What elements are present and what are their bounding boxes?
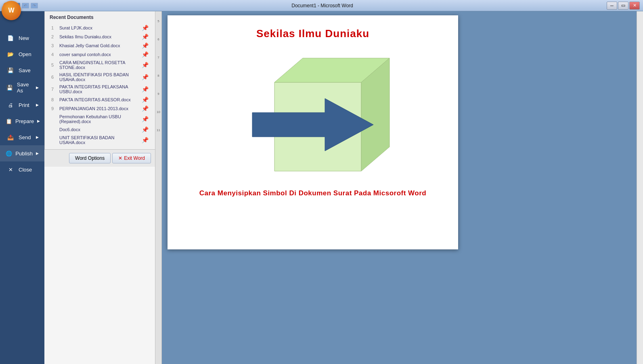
window-title: Document1 - Microsoft Word [38, 3, 607, 8]
illustration-area [184, 48, 442, 185]
recent-item-6[interactable]: 6 HASIL IDENTIFIKASI PDS BADAN USAHA.doc… [50, 71, 150, 83]
word-options-button[interactable]: Word Options [69, 153, 111, 163]
send-icon: 📤 [6, 132, 15, 142]
recent-item-4[interactable]: 4 cover sampul contoh.docx 📌 [50, 50, 150, 59]
exit-word-button[interactable]: ✕ Exit Word [112, 153, 151, 163]
recent-item-7[interactable]: 7 PAKTA INTEGRITAS PELAKSANA USBU.docx 📌 [50, 83, 150, 95]
pin-icon-11: 📌 [142, 126, 149, 133]
publish-label: Publish [15, 151, 33, 157]
recent-name-5: CARA MENGINSTALL ROSETTA STONE.docx [59, 60, 139, 70]
recent-name-2: Sekilas Ilmu Duniaku.docx [59, 34, 111, 39]
recent-docs-title: Recent Documents [50, 15, 150, 20]
print-icon: 🖨 [6, 100, 15, 110]
file-send[interactable]: 📤 Send ▶ [0, 129, 44, 145]
file-new[interactable]: 📄 New [0, 30, 44, 46]
pin-icon-2: 📌 [142, 33, 149, 40]
publish-icon: 🌐 [6, 149, 12, 158]
exit-icon: ✕ [118, 155, 122, 161]
save-label: Save [19, 67, 31, 73]
vertical-scrollbar[interactable] [637, 11, 643, 364]
close-label: Close [19, 167, 32, 173]
box-illustration [212, 50, 414, 183]
file-menu-panel: 📄 New 📂 Open 💾 Save 💾 Save As ▶ 🖨 Print … [0, 11, 643, 364]
restore-button[interactable]: ▭ [618, 2, 628, 10]
file-menu-left: 📄 New 📂 Open 💾 Save 💾 Save As ▶ 🖨 Print … [0, 11, 44, 364]
file-bottom-buttons [0, 358, 44, 364]
prepare-arrow: ▶ [37, 119, 40, 123]
save-as-label: Save As [17, 82, 33, 94]
file-print[interactable]: 🖨 Print ▶ [0, 97, 44, 113]
file-menu-right: Recent Documents 1 Surat LPJK.docx 📌 2 S… [44, 11, 155, 364]
document-subtitle: Cara Menyisipkan Simbol Di Dokumen Surat… [184, 189, 442, 197]
recent-name-1: Surat LPJK.docx [59, 25, 92, 30]
close-button[interactable]: ✕ [629, 2, 640, 10]
file-bottom-actions: Word Options ✕ Exit Word [44, 149, 155, 167]
file-prepare[interactable]: 📋 Prepare ▶ [0, 113, 44, 129]
minimize-button[interactable]: ─ [607, 2, 617, 10]
quick-access-redo[interactable]: ↷ [31, 3, 38, 8]
file-menu-items: 📄 New 📂 Open 💾 Save 💾 Save As ▶ 🖨 Print … [0, 27, 44, 180]
recent-name-11: Doc6.docx [59, 127, 80, 132]
recent-name-3: Khasiat Jelly Gamat Gold.docx [59, 43, 120, 48]
file-save[interactable]: 💾 Save [0, 62, 44, 78]
document-page: Sekilas Ilmu Duniaku Cara Menyisipkan Si… [168, 15, 458, 249]
recent-name-6: HASIL IDENTIFIKASI PDS BADAN USAHA.docx [59, 72, 139, 82]
pin-icon-4: 📌 [142, 51, 149, 58]
recent-item-1[interactable]: 1 Surat LPJK.docx 📌 [50, 23, 150, 32]
file-open[interactable]: 📂 Open [0, 46, 44, 62]
pin-icon-12: 📌 [142, 137, 149, 143]
new-label: New [19, 35, 29, 41]
pin-icon-6: 📌 [142, 74, 149, 80]
recent-item-3[interactable]: 3 Khasiat Jelly Gamat Gold.docx 📌 [50, 41, 150, 50]
open-icon: 📂 [6, 49, 15, 59]
pin-icon-5: 📌 [142, 62, 149, 68]
pin-icon-9: 📌 [142, 105, 149, 112]
publish-arrow: ▶ [36, 151, 39, 155]
prepare-icon: 📋 [6, 116, 12, 126]
pin-icon-7: 📌 [142, 86, 149, 92]
recent-item-5[interactable]: 5 CARA MENGINSTALL ROSETTA STONE.docx 📌 [50, 59, 150, 71]
recent-documents-panel: Recent Documents 1 Surat LPJK.docx 📌 2 S… [44, 11, 155, 149]
save-as-arrow: ▶ [36, 86, 39, 90]
recent-name-7: PAKTA INTEGRITAS PELAKSANA USBU.docx [59, 84, 139, 94]
vertical-ruler: 567891011 [155, 11, 162, 364]
recent-item-2[interactable]: 2 Sekilas Ilmu Duniaku.docx 📌 [50, 32, 150, 41]
recent-item-10[interactable]: Permohonan Kebutuhan USBU (Repaired).doc… [50, 113, 150, 125]
file-close[interactable]: ✕ Close [0, 161, 44, 178]
quick-access-undo[interactable]: ↶ [22, 3, 29, 8]
document-area-background: 567891011 Sekilas Ilmu Duniaku [155, 11, 643, 364]
recent-item-8[interactable]: 8 PAKTA INTEGRITAS ASESOR.docx 📌 [50, 95, 150, 104]
pin-icon-8: 📌 [142, 96, 149, 103]
title-bar: 💾 ↶ ↷ Document1 - Microsoft Word ─ ▭ ✕ [0, 0, 643, 11]
recent-name-4: cover sampul contoh.docx [59, 52, 111, 57]
file-save-as[interactable]: 💾 Save As ▶ [0, 78, 44, 97]
pin-icon-10: 📌 [142, 116, 149, 122]
print-arrow: ▶ [36, 103, 39, 107]
prepare-label: Prepare [15, 118, 34, 124]
recent-item-9[interactable]: 9 PERPANJANGAN 2011-2013.docx 📌 [50, 104, 150, 113]
new-icon: 📄 [6, 33, 15, 43]
pin-icon-1: 📌 [142, 25, 149, 31]
office-logo-icon: W [8, 7, 14, 14]
document-title: Sekilas Ilmu Duniaku [184, 27, 442, 40]
window-controls: ─ ▭ ✕ [607, 2, 640, 10]
open-label: Open [19, 51, 31, 57]
send-label: Send [19, 134, 31, 140]
recent-name-9: PERPANJANGAN 2011-2013.docx [59, 106, 128, 111]
recent-name-10: Permohonan Kebutuhan USBU (Repaired).doc… [59, 114, 139, 124]
office-button[interactable]: W [2, 1, 21, 20]
recent-name-12: UNIT SERTIFIKASI BADAN USAHA.docx [59, 135, 139, 145]
print-label: Print [19, 102, 29, 108]
send-arrow: ▶ [36, 135, 39, 139]
recent-item-11[interactable]: Doc6.docx 📌 [50, 125, 150, 134]
save-icon: 💾 [6, 65, 15, 75]
save-as-icon: 💾 [6, 83, 14, 92]
pin-icon-3: 📌 [142, 42, 149, 49]
close-icon: ✕ [6, 165, 15, 174]
file-publish[interactable]: 🌐 Publish ▶ [0, 145, 44, 161]
recent-item-12[interactable]: UNIT SERTIFIKASI BADAN USAHA.docx 📌 [50, 134, 150, 146]
recent-name-8: PAKTA INTEGRITAS ASESOR.docx [59, 97, 131, 102]
